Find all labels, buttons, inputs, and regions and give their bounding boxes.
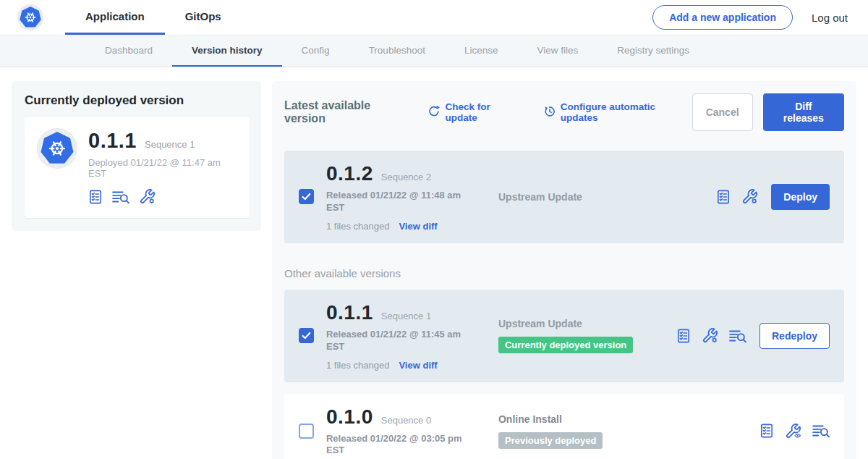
preflight-checks-icon[interactable] [88,190,103,204]
currently-deployed-badge: Currently deployed version [498,337,633,353]
check-for-update-link[interactable]: Check for update [427,101,522,123]
deploy-logs-icon[interactable] [812,424,830,438]
add-new-application-button[interactable]: Add a new application [652,5,793,30]
edit-config-icon[interactable] [139,188,156,205]
edit-config-icon[interactable] [702,327,718,344]
available-versions-panel: Latest available version Check for updat… [272,81,856,459]
configure-automatic-updates-label: Configure automatic updates [561,101,692,123]
kubernetes-logo-icon [20,7,41,28]
deployed-version-card: 0.1.1 Sequence 1 Deployed 01/21/22 @ 11:… [25,117,250,218]
kubernetes-logo-icon [41,132,74,165]
top-nav-tabs: Application GitOps [65,0,242,35]
deploy-logs-icon[interactable] [729,329,746,343]
logout-link[interactable]: Log out [812,12,848,24]
preflight-checks-icon[interactable] [716,190,731,204]
subtab-version-history[interactable]: Version history [172,35,282,67]
diff-releases-button[interactable]: Diff releases [763,93,844,131]
version-status: Online Install Previously deployed [498,413,676,449]
subtab-config[interactable]: Config [282,35,349,67]
tab-gitops[interactable]: GitOps [165,0,242,35]
version-info: 0.1.2 Sequence 2 Released 01/21/22 @ 11:… [326,162,480,232]
view-diff-link[interactable]: View diff [399,221,437,232]
deployed-version-info: 0.1.1 Sequence 1 Deployed 01/21/22 @ 11:… [88,129,237,205]
deployed-timestamp: Deployed 01/21/22 @ 11:47 am EST [88,157,237,179]
edit-config-icon[interactable] [741,188,758,205]
main-content: Currently deployed version 0.1.1 Sequenc… [0,67,868,459]
other-available-versions-title: Other available versions [284,267,844,279]
subtab-registry-settings[interactable]: Registry settings [597,35,709,67]
refresh-icon [427,105,441,120]
sequence-label: Sequence 0 [381,415,431,426]
version-row-0-1-2: 0.1.2 Sequence 2 Released 01/21/22 @ 11:… [284,151,844,243]
released-timestamp: Released 01/21/22 @ 11:45 am EST [326,329,471,353]
deploy-button[interactable]: Deploy [771,184,830,210]
version-source-label: Upstream Update [498,191,582,203]
version-checkbox[interactable] [299,424,314,439]
version-source-label: Upstream Update [498,318,582,329]
available-versions-header: Latest available version Check for updat… [284,93,844,131]
released-timestamp: Released 01/21/22 @ 11:48 am EST [326,190,471,214]
version-info: 0.1.0 Sequence 0 Released 01/20/22 @ 03:… [326,405,480,458]
subtab-license[interactable]: License [445,35,518,67]
version-row-0-1-0: 0.1.0 Sequence 0 Released 01/20/22 @ 03:… [284,394,844,459]
subtab-dashboard[interactable]: Dashboard [85,35,172,67]
view-config-icon[interactable] [785,423,801,439]
version-row-0-1-1: 0.1.1 Sequence 1 Released 01/21/22 @ 11:… [284,290,844,382]
deployed-app-logo [38,129,77,168]
latest-available-title: Latest available version [284,99,412,125]
app-sub-nav: Dashboard Version history Config Trouble… [0,35,868,67]
version-source-label: Online Install [498,413,562,425]
top-nav-right: Add a new application Log out [652,0,868,35]
preflight-checks-icon[interactable] [760,424,774,438]
subtab-view-files[interactable]: View files [517,35,597,67]
files-changed-label: 1 files changed [326,360,389,371]
currently-deployed-panel: Currently deployed version 0.1.1 Sequenc… [12,81,261,231]
version-status: Upstream Update Currently deployed versi… [498,318,676,353]
version-number: 0.1.0 [326,405,373,429]
deployed-sequence-label: Sequence 1 [145,139,195,150]
view-diff-link[interactable]: View diff [399,360,437,371]
previously-deployed-badge: Previously deployed [498,432,603,449]
preflight-checks-icon[interactable] [676,329,691,343]
deployed-version-number: 0.1.1 [88,129,137,153]
version-status: Upstream Update [498,191,676,203]
version-number: 0.1.2 [326,162,373,185]
app-logo [17,4,43,30]
version-checkbox[interactable] [299,328,314,343]
redeploy-button[interactable]: Redeploy [760,323,830,349]
subtab-troubleshoot[interactable]: Troubleshoot [349,35,445,67]
released-timestamp: Released 01/20/22 @ 03:05 pm EST [326,433,471,458]
currently-deployed-title: Currently deployed version [25,93,250,108]
files-changed-label: 1 files changed [326,221,389,232]
sequence-label: Sequence 1 [381,311,431,321]
configure-automatic-updates-link[interactable]: Configure automatic updates [543,101,692,123]
version-checkbox[interactable] [299,189,314,204]
deploy-logs-icon[interactable] [112,190,129,204]
cancel-button[interactable]: Cancel [692,93,753,131]
sequence-label: Sequence 2 [381,172,431,182]
version-number: 0.1.1 [326,301,373,324]
top-nav: Application GitOps Add a new application… [0,0,868,35]
check-for-update-label: Check for update [445,101,522,123]
tab-application[interactable]: Application [65,0,165,35]
version-info: 0.1.1 Sequence 1 Released 01/21/22 @ 11:… [326,301,480,371]
clock-refresh-icon [543,105,556,120]
